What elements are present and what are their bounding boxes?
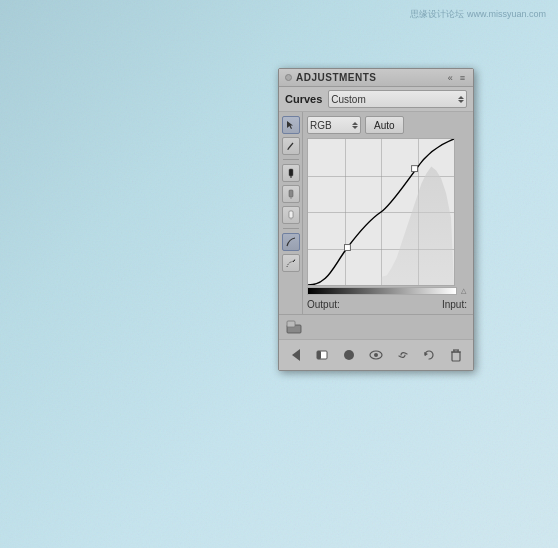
- panel-close-dot[interactable]: [285, 74, 292, 81]
- channel-row: RGB Auto: [307, 116, 469, 134]
- svg-point-16: [344, 350, 354, 360]
- layer-icon[interactable]: [285, 318, 303, 336]
- svg-rect-20: [452, 352, 460, 361]
- output-label: Output:: [307, 299, 340, 310]
- panel-title: ADJUSTMENTS: [296, 72, 377, 83]
- footer-eye-btn[interactable]: [365, 344, 387, 366]
- footer-delete-btn[interactable]: [445, 344, 467, 366]
- panel-bottom: [279, 314, 473, 339]
- panel-content: RGB Auto: [279, 112, 473, 314]
- panel-menu-icon[interactable]: ≡: [458, 73, 467, 83]
- curves-label: Curves: [285, 93, 322, 105]
- tool-pointer[interactable]: [282, 116, 300, 134]
- svg-line-8: [293, 260, 295, 262]
- curves-graph[interactable]: [307, 138, 455, 286]
- footer-back-btn[interactable]: [285, 344, 307, 366]
- tool-divider-2: [283, 228, 299, 229]
- footer-circle-btn[interactable]: [338, 344, 360, 366]
- watermark: 思缘设计论坛 www.missyuan.com: [410, 8, 546, 21]
- channel-arrow-up: [352, 122, 358, 125]
- tool-eyedropper-black[interactable]: [282, 164, 300, 182]
- tool-curve-line[interactable]: [282, 233, 300, 251]
- panel-footer: [279, 339, 473, 370]
- right-panel: RGB Auto: [303, 112, 473, 314]
- svg-rect-10: [412, 166, 418, 172]
- tool-eyedropper-gray[interactable]: [282, 185, 300, 203]
- tool-curve-pencil[interactable]: [282, 254, 300, 272]
- arrow-up-icon: [458, 96, 464, 99]
- svg-rect-15: [317, 351, 321, 359]
- svg-rect-9: [345, 245, 351, 251]
- svg-marker-1: [287, 149, 289, 150]
- channel-value: RGB: [310, 120, 332, 131]
- channel-select[interactable]: RGB: [307, 116, 361, 134]
- svg-rect-2: [289, 169, 293, 176]
- curves-row: Curves Custom: [279, 87, 473, 112]
- preset-select[interactable]: Custom: [328, 90, 467, 108]
- tool-eyedropper-white[interactable]: [282, 206, 300, 224]
- auto-button[interactable]: Auto: [365, 116, 404, 134]
- svg-marker-13: [292, 349, 300, 361]
- svg-point-18: [374, 353, 378, 357]
- svg-rect-4: [289, 190, 293, 197]
- footer-link-btn[interactable]: [392, 344, 414, 366]
- channel-arrow-down: [352, 126, 358, 129]
- tool-divider-1: [283, 159, 299, 160]
- svg-line-0: [288, 143, 293, 149]
- gradient-bar: [307, 287, 457, 295]
- adjustments-panel: ADJUSTMENTS « ≡ Curves Custom: [278, 68, 474, 371]
- tool-pencil-draw[interactable]: [282, 137, 300, 155]
- footer-reset-btn[interactable]: [418, 344, 440, 366]
- panel-collapse-icon[interactable]: «: [446, 73, 455, 83]
- arrow-down-icon: [458, 100, 464, 103]
- preset-value: Custom: [331, 94, 365, 105]
- input-label: Input:: [442, 299, 467, 310]
- gradient-bar-row: △: [307, 287, 469, 295]
- panel-titlebar: ADJUSTMENTS « ≡: [279, 69, 473, 87]
- gradient-bar-indicator: △: [457, 287, 469, 295]
- footer-layer-mask-btn[interactable]: [312, 344, 334, 366]
- svg-rect-6: [289, 211, 293, 218]
- svg-rect-12: [287, 321, 295, 327]
- output-input-row: Output: Input:: [307, 299, 469, 310]
- left-toolbar: [279, 112, 303, 314]
- curve-svg: [308, 139, 454, 285]
